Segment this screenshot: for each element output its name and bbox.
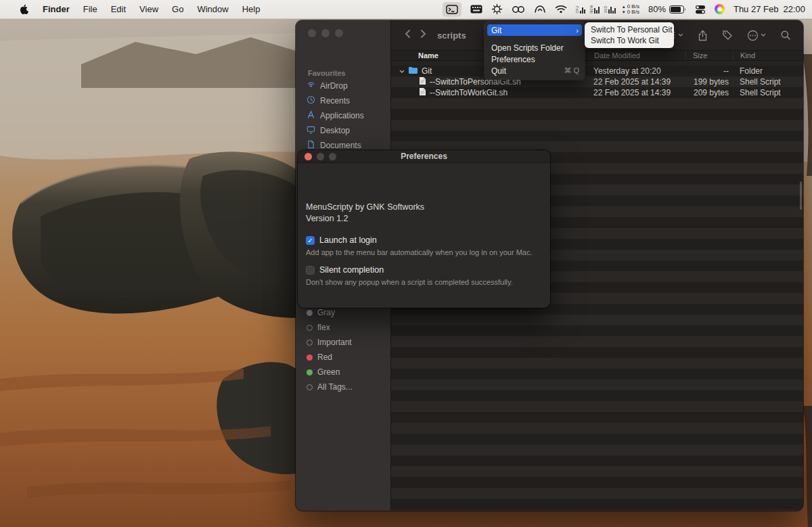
submenu-item-switch-work-git[interactable]: Switch To Work Git	[585, 35, 674, 46]
zoom-button[interactable]	[335, 29, 343, 37]
sidebar-item-desktop[interactable]: Desktop	[302, 123, 386, 138]
menu-item-shortcut: ⌘ Q	[564, 66, 579, 75]
sidebar-tag-flex[interactable]: flex	[302, 320, 386, 335]
menu-item-git[interactable]: Git ›	[487, 24, 582, 36]
sidebar-item-airdrop[interactable]: AirDrop	[302, 78, 386, 93]
git-submenu: Switch To Personal Git Switch To Work Gi…	[585, 22, 674, 48]
sidebar-label: Applications	[320, 111, 364, 120]
menuscripty-terminal-icon[interactable]	[443, 2, 461, 17]
forward-button[interactable]	[420, 29, 426, 41]
sidebar-all-tags[interactable]: All Tags...	[302, 380, 386, 394]
sidebar-label: Desktop	[320, 126, 350, 135]
clock-time: 22:00	[783, 4, 805, 14]
gear-icon[interactable]	[491, 2, 503, 17]
sidebar-label: Documents	[320, 141, 361, 150]
menubar-item-edit[interactable]: Edit	[104, 0, 133, 19]
file-date: Yesterday at 20:20	[589, 66, 685, 76]
table-row[interactable]: --SwitchToPersonalGit.sh 22 Feb 2025 at …	[391, 76, 803, 87]
gray-tag-dot-icon	[307, 310, 313, 316]
menu-separator	[484, 36, 585, 42]
menu-item-label: Git	[491, 26, 501, 35]
network-speed-indicator[interactable]: ▲0 B/s ▼0 B/s	[622, 4, 639, 15]
battery-indicator[interactable]: 80%	[648, 2, 686, 17]
istat-cpu-bars-icon[interactable]: CPU	[576, 2, 585, 17]
download-speed: 0 B/s	[627, 9, 639, 15]
menubar-app-name[interactable]: Finder	[36, 0, 76, 19]
download-arrow-icon: ▼	[622, 9, 626, 15]
minimize-button[interactable]	[317, 153, 324, 160]
close-button[interactable]	[304, 153, 312, 160]
sidebar-section-favourites: Favourites	[308, 69, 346, 77]
column-header-kind[interactable]: Kind	[733, 51, 803, 60]
table-row[interactable]: Git Yesterday at 20:20 -- Folder	[391, 66, 803, 76]
option-description: Don't show any popup when a script is co…	[306, 277, 542, 287]
keyboard-icon[interactable]	[470, 2, 482, 17]
preferences-title: Preferences	[401, 152, 447, 161]
back-button[interactable]	[405, 29, 411, 41]
sidebar-item-recents[interactable]: Recents	[302, 93, 386, 108]
tag-label: Red	[317, 352, 332, 362]
zoom-button[interactable]	[329, 153, 336, 160]
apple-menu[interactable]	[12, 0, 36, 19]
rainbow-app-icon[interactable]	[715, 4, 725, 14]
menu-item-label: Quit	[491, 66, 506, 76]
chevron-down-icon	[678, 33, 683, 37]
menu-item-label: Open Scripts Folder	[491, 43, 564, 53]
menubar-item-window[interactable]: Window	[190, 0, 235, 19]
share-button[interactable]	[698, 30, 708, 41]
tag-label: flex	[317, 323, 330, 332]
window-controls	[304, 153, 336, 160]
file-date: 22 Feb 2025 at 14:39	[589, 77, 685, 87]
document-icon	[307, 140, 315, 151]
infinity-icon[interactable]	[512, 2, 525, 17]
wifi-icon[interactable]	[555, 2, 567, 17]
menubar-item-view[interactable]: View	[133, 0, 165, 19]
airdrop-icon	[307, 81, 315, 91]
menubar-item-file[interactable]: File	[76, 0, 104, 19]
menubar-clock[interactable]: Thu 27 Feb 22:00	[734, 4, 805, 14]
arc-icon[interactable]	[534, 2, 546, 17]
option-launch-at-login: ✓ Launch at login Add app to the menu ba…	[306, 235, 542, 257]
more-actions-button[interactable]	[747, 30, 766, 41]
desktop-icon	[307, 125, 315, 136]
menu-item-quit[interactable]: Quit ⌘ Q	[484, 65, 585, 76]
file-size: --	[685, 66, 733, 76]
close-button[interactable]	[308, 29, 316, 37]
istat-mem-bars-icon[interactable]: MEM	[590, 2, 600, 17]
disclosure-chevron-icon[interactable]	[399, 66, 405, 76]
submenu-item-switch-personal-git[interactable]: Switch To Personal Git	[585, 24, 674, 35]
submenu-item-label: Switch To Personal Git	[591, 25, 673, 35]
menubar-item-help[interactable]: Help	[235, 0, 267, 19]
scrollbar[interactable]	[800, 181, 802, 210]
file-size: 209 bytes	[685, 88, 733, 97]
menu-item-open-scripts-folder[interactable]: Open Scripts Folder	[484, 42, 585, 53]
tag-button[interactable]	[722, 30, 733, 41]
sidebar-tag-important[interactable]: Important	[302, 335, 386, 350]
clock-icon	[307, 95, 315, 106]
submenu-arrow-icon: ›	[576, 26, 579, 35]
silent-completion-checkbox[interactable]	[306, 266, 315, 275]
file-kind: Shell Script	[733, 77, 803, 87]
file-size: 199 bytes	[685, 77, 733, 87]
shell-script-file-icon	[419, 76, 426, 87]
sidebar-item-applications[interactable]: Applications	[302, 108, 386, 123]
column-header-date-modified[interactable]: Date Modified	[589, 51, 685, 60]
red-tag-dot-icon	[307, 354, 313, 361]
menu-item-label: Preferences	[491, 55, 535, 64]
folder-icon	[408, 66, 418, 76]
menu-item-preferences[interactable]: Preferences	[484, 53, 585, 65]
column-header-size[interactable]: Size	[685, 51, 733, 60]
sidebar-tag-green[interactable]: Green	[302, 365, 386, 380]
toggles-icon[interactable]	[695, 2, 706, 17]
search-button[interactable]	[780, 30, 791, 41]
app-info-line: MenuScripty by GNK Softworks	[306, 202, 542, 213]
minimize-button[interactable]	[321, 29, 330, 37]
menubar-item-go[interactable]: Go	[165, 0, 190, 19]
clock-date: Thu 27 Feb	[734, 4, 779, 14]
sidebar-tag-red[interactable]: Red	[302, 350, 386, 365]
istat-disk-bars-icon[interactable]: SSD	[604, 2, 616, 17]
column-headers: Name Date Modified Size Kind	[391, 50, 803, 61]
launch-at-login-checkbox[interactable]: ✓	[306, 236, 315, 245]
table-row[interactable]: --SwitchToWorkGit.sh 22 Feb 2025 at 14:3…	[391, 87, 803, 98]
window-controls	[308, 29, 343, 37]
